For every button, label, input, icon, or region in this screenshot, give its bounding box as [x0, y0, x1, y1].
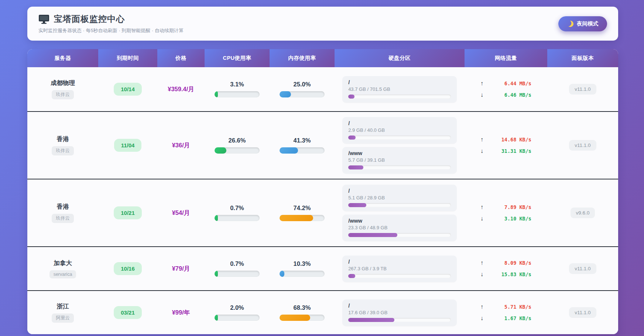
provider-badge: 玖伴云	[52, 90, 74, 99]
column-header-expiry: 到期时间	[98, 49, 157, 67]
disk-usage: 5.1 GB / 28.9 GB	[348, 195, 451, 200]
column-header-memory: 内存使用率	[270, 49, 335, 67]
panel-version-badge: v11.1.0	[569, 307, 596, 318]
upload-arrow-icon: ↑	[480, 260, 483, 266]
memory-progress-bar	[280, 215, 325, 221]
disk-partition: / 267.3 GB / 3.9 TB	[342, 256, 457, 282]
panel-version-badge: v9.6.0	[571, 208, 595, 218]
download-arrow-icon: ↓	[480, 92, 483, 98]
cpu-progress-bar	[215, 271, 260, 277]
provider-badge: 玖伴云	[52, 214, 74, 223]
disk-partition: /www 23.3 GB / 48.9 GB	[342, 215, 457, 241]
upload-speed: 8.09 KB/s	[504, 260, 531, 266]
cpu-cell: 0.7%	[205, 205, 270, 221]
memory-value: 74.2%	[270, 205, 335, 212]
disk-progress-fill	[348, 233, 397, 237]
disk-partition: / 43.7 GB / 701.5 GB	[342, 76, 457, 103]
disk-mount: /	[348, 188, 451, 194]
cpu-progress-fill	[215, 315, 218, 321]
upload-speed: 14.68 KB/s	[501, 137, 531, 143]
night-mode-label: 夜间模式	[577, 20, 598, 27]
page-title: 宝塔面板监控中心	[54, 13, 125, 25]
price-text: ¥36/月	[172, 142, 190, 148]
table-row: 成都物理 玖伴云 10/14 ¥359.4/月 3.1% 25.0% / 43.…	[27, 67, 618, 111]
panel-version-badge: v11.1.0	[569, 84, 596, 95]
download-arrow-icon: ↓	[480, 215, 483, 222]
disk-cell: / 5.1 GB / 28.9 GB /www 23.3 GB / 48.9 G…	[335, 185, 465, 241]
server-name: 浙江	[27, 302, 98, 311]
header-left: 宝塔面板监控中心 实时监控服务器状态 · 每5秒自动刷新 · 到期智能提醒 · …	[38, 13, 184, 34]
table-row: 香港 玖伴云 11/04 ¥36/月 26.6% 41.3% / 2.9 GB …	[27, 111, 618, 179]
disk-mount: /www	[348, 150, 451, 156]
upload-arrow-icon: ↑	[480, 204, 483, 210]
cpu-progress-fill	[215, 91, 218, 97]
download-speed: 3.10 KB/s	[504, 216, 531, 222]
download-speed: 31.31 KB/s	[501, 148, 531, 154]
expiry-badge: 11/04	[114, 139, 142, 152]
server-cell: 香港 玖伴云	[27, 135, 98, 155]
column-header-server: 服务器	[27, 49, 98, 67]
night-mode-button[interactable]: 夜间模式	[558, 16, 607, 31]
network-cell: ↑8.09 KB/s ↓15.83 KB/s	[480, 260, 531, 278]
memory-value: 10.3%	[270, 260, 335, 267]
disk-progress-bar	[348, 136, 451, 140]
panel-version-badge: v11.1.0	[569, 140, 596, 151]
memory-cell: 68.3%	[270, 304, 335, 321]
server-cell: 香港 玖伴云	[27, 203, 98, 223]
cpu-progress-bar	[215, 147, 260, 154]
table-row: 香港 玖伴云 10/21 ¥54/月 0.7% 74.2% / 5.1 GB /…	[27, 179, 618, 246]
cpu-cell: 3.1%	[205, 81, 270, 97]
disk-progress-bar	[348, 233, 451, 237]
upload-arrow-icon: ↑	[480, 136, 483, 143]
download-speed: 1.67 KB/s	[504, 315, 531, 321]
disk-progress-bar	[348, 274, 451, 278]
cpu-value: 26.6%	[205, 137, 270, 144]
disk-usage: 2.9 GB / 40.0 GB	[348, 127, 451, 133]
server-cell: 成都物理 玖伴云	[27, 79, 98, 99]
column-header-cpu: CPU使用率	[205, 49, 270, 67]
disk-progress-bar	[348, 165, 451, 169]
memory-cell: 10.3%	[270, 260, 335, 277]
moon-icon	[566, 20, 574, 28]
cpu-value: 0.7%	[205, 205, 270, 212]
memory-cell: 74.2%	[270, 205, 335, 221]
memory-progress-bar	[280, 91, 325, 97]
server-name: 成都物理	[27, 79, 98, 87]
header-card: 宝塔面板监控中心 实时监控服务器状态 · 每5秒自动刷新 · 到期智能提醒 · …	[27, 7, 618, 41]
disk-usage: 17.6 GB / 39.0 GB	[348, 310, 451, 315]
network-cell: ↑7.89 KB/s ↓3.10 KB/s	[480, 204, 531, 222]
column-header-price: 价格	[157, 49, 205, 67]
page-subtitle: 实时监控服务器状态 · 每5秒自动刷新 · 到期智能提醒 · 自动续期计算	[38, 27, 184, 34]
column-header-network: 网络流量	[465, 49, 547, 67]
disk-progress-bar	[348, 318, 451, 322]
price-text: ¥54/月	[172, 209, 190, 216]
disk-partition: / 2.9 GB / 40.0 GB	[342, 117, 457, 144]
upload-arrow-icon: ↑	[480, 304, 483, 310]
cpu-value: 0.7%	[205, 260, 270, 267]
cpu-cell: 2.0%	[205, 304, 270, 321]
expiry-badge: 10/21	[114, 206, 142, 219]
expiry-badge: 03/21	[114, 306, 142, 319]
disk-progress-fill	[348, 95, 354, 99]
memory-value: 25.0%	[270, 81, 335, 88]
memory-value: 41.3%	[270, 137, 335, 144]
table-header-row: 服务器 到期时间 价格 CPU使用率 内存使用率 硬盘分区 网络流量 面板版本	[27, 49, 618, 67]
download-speed: 15.83 KB/s	[501, 271, 531, 277]
table-row: 浙江 阿里云 03/21 ¥99/年 2.0% 68.3% / 17.6 GB …	[27, 290, 618, 334]
provider-badge: 阿里云	[52, 313, 74, 323]
disk-partition: /www 5.7 GB / 39.1 GB	[342, 147, 457, 174]
memory-cell: 25.0%	[270, 81, 335, 97]
upload-speed: 7.89 KB/s	[504, 204, 531, 210]
column-header-disk: 硬盘分区	[335, 49, 465, 67]
server-cell: 加拿大 servarica	[27, 259, 98, 278]
disk-progress-bar	[348, 203, 451, 207]
network-cell: ↑5.71 KB/s ↓1.67 KB/s	[480, 304, 531, 322]
memory-progress-fill	[280, 215, 313, 221]
cpu-progress-fill	[215, 271, 218, 277]
disk-cell: / 17.6 GB / 39.0 GB	[335, 299, 465, 326]
memory-progress-bar	[280, 147, 325, 154]
disk-progress-bar	[348, 95, 451, 99]
cpu-value: 3.1%	[205, 81, 270, 88]
network-cell: ↑14.68 KB/s ↓31.31 KB/s	[480, 136, 531, 154]
panel-version-badge: v11.1.0	[569, 263, 596, 274]
